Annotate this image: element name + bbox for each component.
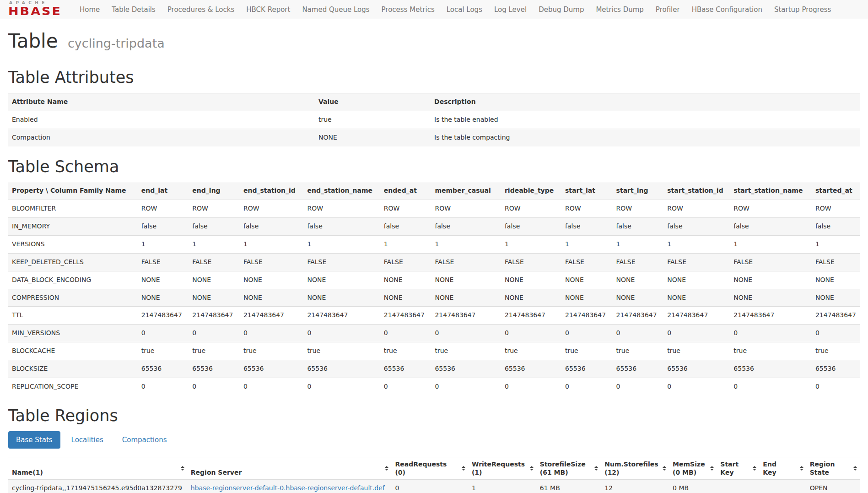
schema-value-cell: ROW bbox=[431, 200, 501, 218]
region-server-cell: hbase-regionserver-default-0.hbase-regio… bbox=[187, 480, 392, 493]
schema-value-cell: NONE bbox=[380, 289, 431, 307]
schema-value-cell: NONE bbox=[138, 271, 189, 289]
schema-value-cell: 2147483647 bbox=[663, 307, 730, 325]
schema-property-cell: VERSIONS bbox=[8, 235, 138, 253]
table-regions-table: Name(1)Region ServerReadRequests(0)Write… bbox=[8, 457, 860, 493]
schema-value-cell: 0 bbox=[303, 325, 380, 342]
schema-property-cell: KEEP_DELETED_CELLS bbox=[8, 253, 138, 271]
schema-corner-header: Property \ Column Family Name bbox=[8, 182, 138, 200]
schema-row-blocksize: BLOCKSIZE6553665536655366553665536655366… bbox=[8, 360, 860, 378]
schema-value-cell: 0 bbox=[812, 325, 860, 342]
regions-column-header-start-key[interactable]: StartKey bbox=[717, 457, 759, 479]
regions-column-header-region-state[interactable]: RegionState bbox=[806, 457, 860, 479]
schema-value-cell: 2147483647 bbox=[812, 307, 860, 325]
regions-column-header-memsize-0-mb[interactable]: MemSize(0 MB) bbox=[669, 457, 717, 479]
schema-value-cell: true bbox=[303, 342, 380, 360]
schema-value-cell: 65536 bbox=[561, 360, 613, 378]
schema-value-cell: NONE bbox=[303, 289, 380, 307]
attributes-column-header-attribute-name: Attribute Name bbox=[8, 93, 315, 111]
nav-item-log-level[interactable]: Log Level bbox=[488, 0, 533, 19]
nav-item-profiler[interactable]: Profiler bbox=[650, 0, 686, 19]
regions-column-header-num-storefiles-12[interactable]: Num.Storefiles(12) bbox=[601, 457, 669, 479]
schema-value-cell: 2147483647 bbox=[561, 307, 613, 325]
schema-value-cell: 65536 bbox=[501, 360, 561, 378]
schema-row-in-memory: IN_MEMORYfalsefalsefalsefalsefalsefalsef… bbox=[8, 218, 860, 236]
nav-item-startup-progress[interactable]: Startup Progress bbox=[768, 0, 837, 19]
attribute-cell: NONE bbox=[315, 129, 431, 146]
schema-value-cell: 1 bbox=[561, 235, 613, 253]
schema-value-cell: NONE bbox=[189, 271, 240, 289]
schema-value-cell: NONE bbox=[501, 271, 561, 289]
nav-item-hbase-configuration[interactable]: HBase Configuration bbox=[686, 0, 768, 19]
attribute-row-compaction: CompactionNONEIs the table compacting bbox=[8, 129, 860, 146]
schema-value-cell: ROW bbox=[561, 200, 613, 218]
schema-value-cell: ROW bbox=[501, 200, 561, 218]
schema-value-cell: 65536 bbox=[812, 360, 860, 378]
nav-item-table-details[interactable]: Table Details bbox=[106, 0, 162, 19]
sort-icon bbox=[385, 466, 388, 471]
schema-value-cell: 0 bbox=[189, 325, 240, 342]
schema-value-cell: 2147483647 bbox=[501, 307, 561, 325]
region-server-link[interactable]: hbase-regionserver-default-0.hbase-regio… bbox=[191, 484, 385, 493]
attribute-cell: Is the table enabled bbox=[431, 111, 860, 129]
schema-value-cell: false bbox=[431, 218, 501, 236]
attribute-cell: Enabled bbox=[8, 111, 315, 129]
schema-value-cell: 65536 bbox=[189, 360, 240, 378]
schema-value-cell: FALSE bbox=[812, 253, 860, 271]
schema-row-blockcache: BLOCKCACHEtruetruetruetruetruetruetruetr… bbox=[8, 342, 860, 360]
schema-value-cell: FALSE bbox=[561, 253, 613, 271]
schema-value-cell: true bbox=[380, 342, 431, 360]
schema-value-cell: false bbox=[501, 218, 561, 236]
schema-property-cell: COMPRESSION bbox=[8, 289, 138, 307]
schema-value-cell: 1 bbox=[303, 235, 380, 253]
nav-item-local-logs[interactable]: Local Logs bbox=[441, 0, 488, 19]
nav-item-hbck-report[interactable]: HBCK Report bbox=[240, 0, 296, 19]
attribute-cell: true bbox=[315, 111, 431, 129]
schema-value-cell: false bbox=[240, 218, 303, 236]
schema-value-cell: false bbox=[613, 218, 664, 236]
schema-value-cell: ROW bbox=[380, 200, 431, 218]
schema-value-cell: 0 bbox=[561, 378, 613, 395]
page-content: Table cycling-tripdata Table Attributes … bbox=[0, 31, 868, 493]
tab-compactions[interactable]: Compactions bbox=[114, 431, 175, 449]
schema-value-cell: false bbox=[303, 218, 380, 236]
schema-column-family-started-at: started_at bbox=[812, 182, 860, 200]
schema-value-cell: true bbox=[730, 342, 812, 360]
section-heading-table-regions: Table Regions bbox=[8, 407, 860, 425]
nav-item-home[interactable]: Home bbox=[74, 0, 106, 19]
regions-column-header-writerequests-1[interactable]: WriteRequests(1) bbox=[468, 457, 536, 479]
schema-value-cell: FALSE bbox=[501, 253, 561, 271]
schema-value-cell: 0 bbox=[613, 325, 664, 342]
region-end-key-cell bbox=[759, 480, 806, 493]
schema-value-cell: NONE bbox=[240, 289, 303, 307]
schema-value-cell: false bbox=[663, 218, 730, 236]
regions-column-header-region-server[interactable]: Region Server bbox=[187, 457, 392, 479]
table-attributes-table: Attribute NameValueDescriptionEnabledtru… bbox=[8, 93, 860, 146]
tab-localities[interactable]: Localities bbox=[64, 431, 111, 449]
regions-column-header-storefilesize-61-mb[interactable]: StorefileSize(61 MB) bbox=[536, 457, 601, 479]
schema-value-cell: ROW bbox=[812, 200, 860, 218]
sort-icon bbox=[530, 466, 534, 471]
nav-item-procedures-locks[interactable]: Procedures & Locks bbox=[162, 0, 240, 19]
schema-property-cell: MIN_VERSIONS bbox=[8, 325, 138, 342]
schema-value-cell: 0 bbox=[501, 378, 561, 395]
schema-value-cell: NONE bbox=[189, 289, 240, 307]
regions-column-header-readrequests-0[interactable]: ReadRequests(0) bbox=[391, 457, 468, 479]
tab-base-stats[interactable]: Base Stats bbox=[8, 431, 60, 449]
regions-column-header-name-1[interactable]: Name(1) bbox=[8, 457, 187, 479]
schema-value-cell: NONE bbox=[561, 289, 613, 307]
schema-value-cell: 2147483647 bbox=[189, 307, 240, 325]
nav-item-metrics-dump[interactable]: Metrics Dump bbox=[590, 0, 649, 19]
schema-value-cell: 0 bbox=[561, 325, 613, 342]
nav-item-named-queue-logs[interactable]: Named Queue Logs bbox=[296, 0, 375, 19]
nav-item-process-metrics[interactable]: Process Metrics bbox=[376, 0, 441, 19]
schema-column-family-ended-at: ended_at bbox=[380, 182, 431, 200]
hbase-logo[interactable]: APACHE HBASE bbox=[8, 1, 62, 18]
region-start-key-cell bbox=[717, 480, 759, 493]
schema-property-cell: BLOCKSIZE bbox=[8, 360, 138, 378]
regions-column-header-end-key[interactable]: EndKey bbox=[759, 457, 806, 479]
schema-property-cell: REPLICATION_SCOPE bbox=[8, 378, 138, 395]
schema-value-cell: NONE bbox=[730, 271, 812, 289]
nav-item-debug-dump[interactable]: Debug Dump bbox=[533, 0, 590, 19]
region-num-storefiles-cell: 12 bbox=[601, 480, 669, 493]
